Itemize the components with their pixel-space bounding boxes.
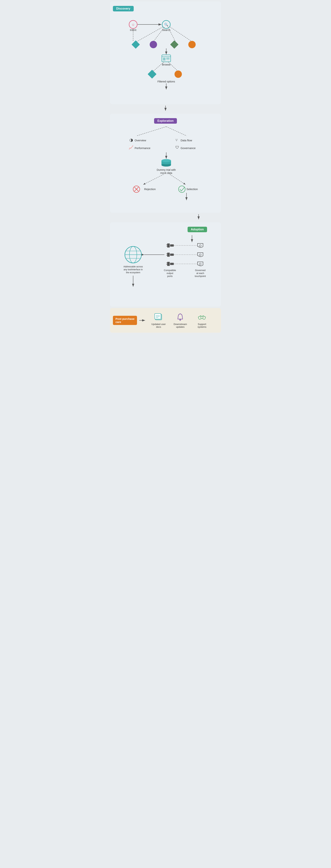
adoption-svg: Compatible output ports Governed at each… [113, 235, 220, 302]
svg-line-7 [137, 27, 163, 41]
svg-rect-25 [148, 70, 157, 79]
exploration-section: Exploration ◑ Overview 📈 Performance ⑂ D… [110, 114, 221, 213]
postpurchase-arrow-svg [139, 318, 146, 322]
bell-icon [176, 312, 185, 322]
svg-rect-67 [170, 244, 174, 247]
svg-text:Selection: Selection [187, 187, 198, 191]
svg-line-35 [166, 127, 187, 136]
svg-line-8 [153, 27, 164, 41]
postpurchase-content: Post purchasecare [113, 312, 218, 328]
adoption-section: Adoption [110, 222, 221, 307]
svg-text:Addressable across: Addressable across [123, 265, 143, 268]
svg-text:🛡: 🛡 [175, 145, 179, 149]
svg-point-83 [199, 263, 201, 265]
pp-docs-label: Updated user docs [150, 323, 167, 328]
svg-point-13 [150, 41, 157, 48]
postpurchase-section: Post purchasecare [110, 308, 221, 333]
exploration-badge-row: Exploration [113, 118, 218, 124]
pp-item-bell: Downstream updates [172, 312, 189, 328]
svg-text:Overview: Overview [135, 139, 146, 142]
adoption-diagram: Compatible output ports Governed at each… [113, 235, 218, 302]
docs-icon [154, 312, 163, 322]
pp-bell-label: Downstream updates [172, 323, 189, 328]
svg-text:Governance: Governance [180, 147, 196, 150]
svg-text:Governed: Governed [195, 269, 205, 272]
svg-text:ports: ports [167, 275, 173, 278]
svg-text:touchpoint: touchpoint [195, 275, 206, 278]
svg-line-9 [168, 27, 175, 41]
section-arrow-svg [162, 105, 169, 112]
svg-rect-103 [155, 314, 161, 319]
svg-text:Rejection: Rejection [144, 187, 156, 191]
discovery-diagram: ☺ Intent 🔍 Search [113, 14, 218, 100]
svg-text:any tool/interface in: any tool/interface in [124, 268, 143, 271]
svg-point-15 [188, 41, 196, 48]
pp-item-handshake: Support systems [194, 312, 210, 328]
svg-point-26 [174, 70, 182, 78]
svg-line-24 [168, 62, 178, 71]
discovery-badge-row: Discovery [113, 6, 218, 11]
pp-handshake-label: Support systems [194, 323, 210, 328]
svg-text:the ecosystem: the ecosystem [126, 271, 140, 274]
svg-line-52 [143, 175, 163, 185]
svg-point-71 [199, 245, 201, 247]
svg-rect-66 [167, 244, 170, 248]
svg-point-108 [180, 319, 181, 320]
discovery-svg: ☺ Intent 🔍 Search [113, 14, 220, 99]
svg-text:at each: at each [196, 272, 204, 275]
between-discovery-exploration [108, 105, 223, 112]
svg-text:⑂: ⑂ [175, 138, 178, 142]
adoption-badge: Adoption [188, 227, 207, 232]
postpurchase-items: Updated user docs Downstream updates [150, 312, 210, 328]
svg-rect-79 [170, 263, 174, 265]
svg-line-23 [153, 62, 164, 71]
svg-text:mock data: mock data [160, 172, 172, 175]
discovery-badge: Discovery [113, 6, 134, 11]
svg-point-77 [199, 254, 201, 256]
exploration-badge: Exploration [154, 118, 177, 124]
svg-text:📈: 📈 [129, 145, 133, 150]
svg-line-53 [170, 175, 186, 185]
svg-rect-21 [166, 59, 170, 60]
exploration-diagram: ◑ Overview 📈 Performance ⑂ Data flow 🛡 G… [113, 127, 218, 208]
exploration-svg: ◑ Overview 📈 Performance ⑂ Data flow 🛡 G… [113, 127, 220, 208]
svg-text:Data flow: Data flow [180, 139, 192, 142]
pp-item-docs: Updated user docs [150, 312, 167, 328]
section-arrow2-svg [195, 214, 202, 221]
svg-text:Browse: Browse [162, 63, 171, 66]
svg-rect-73 [170, 254, 174, 256]
svg-rect-78 [167, 262, 170, 266]
discovery-section: Discovery ☺ Intent 🔍 Search [110, 1, 221, 104]
svg-rect-72 [167, 253, 170, 257]
svg-line-34 [137, 127, 166, 136]
svg-text:◑: ◑ [129, 137, 133, 142]
postpurchase-badge-area: Post purchasecare [113, 316, 146, 325]
postpurchase-badge: Post purchasecare [113, 316, 137, 325]
svg-text:Filtered options: Filtered options [157, 80, 175, 83]
adoption-badge-row: Adoption [113, 227, 218, 232]
svg-text:output: output [167, 272, 173, 275]
svg-rect-12 [131, 40, 140, 49]
svg-text:Performance: Performance [135, 147, 151, 150]
between-exploration-adoption [108, 214, 223, 221]
svg-text:☺: ☺ [131, 23, 135, 27]
handshake-icon [197, 312, 206, 322]
svg-text:Compatible: Compatible [164, 269, 176, 272]
svg-rect-14 [170, 40, 178, 49]
svg-point-49 [161, 159, 171, 162]
svg-line-10 [170, 27, 192, 41]
svg-rect-20 [166, 58, 170, 59]
svg-point-58 [178, 186, 185, 192]
svg-rect-19 [163, 58, 166, 61]
svg-text:Dummy trial with: Dummy trial with [157, 168, 176, 171]
svg-text:🔍: 🔍 [164, 23, 168, 27]
